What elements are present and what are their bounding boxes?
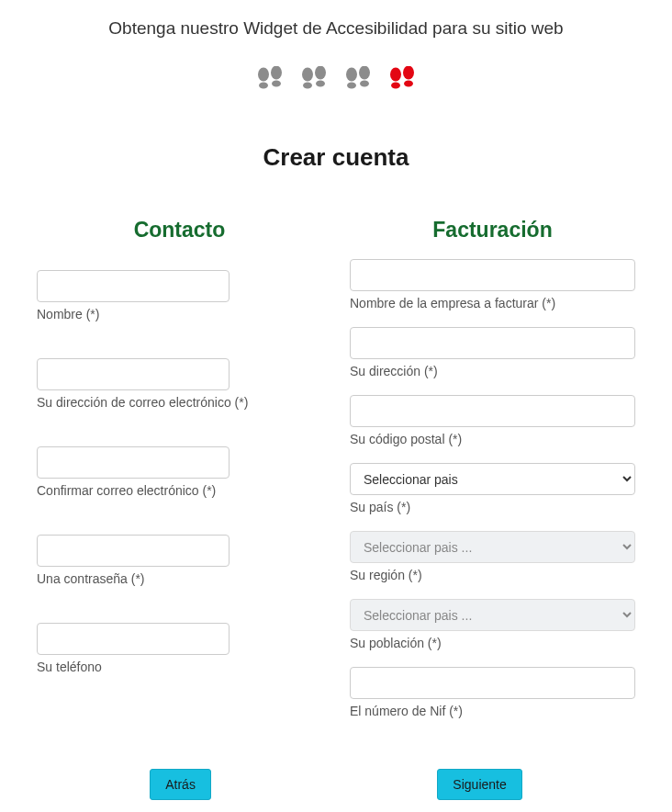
country-select[interactable]: Seleccionar pais bbox=[350, 463, 635, 495]
svg-point-0 bbox=[258, 68, 269, 82]
nif-label: El número de Nif (*) bbox=[350, 704, 635, 718]
svg-point-2 bbox=[271, 66, 282, 80]
svg-point-7 bbox=[316, 81, 325, 87]
city-select: Seleccionar pais ... bbox=[350, 599, 635, 631]
svg-point-14 bbox=[403, 66, 414, 80]
name-label: Nombre (*) bbox=[37, 307, 322, 321]
svg-point-8 bbox=[346, 68, 357, 82]
contact-column: Contacto Nombre (*) Su dirección de corr… bbox=[37, 218, 322, 718]
page-title: Obtenga nuestro Widget de Accesibilidad … bbox=[0, 18, 672, 39]
svg-point-10 bbox=[359, 66, 370, 80]
phone-input[interactable] bbox=[37, 623, 230, 655]
next-button[interactable]: Siguiente bbox=[437, 769, 521, 800]
svg-point-4 bbox=[302, 68, 313, 82]
footsteps-icon bbox=[342, 66, 374, 97]
password-input[interactable] bbox=[37, 535, 230, 567]
billing-column: Facturación Nombre de la empresa a factu… bbox=[350, 218, 635, 718]
billing-heading: Facturación bbox=[350, 218, 635, 242]
nif-input[interactable] bbox=[350, 667, 635, 699]
svg-point-15 bbox=[404, 81, 413, 87]
svg-point-3 bbox=[272, 81, 281, 87]
company-input[interactable] bbox=[350, 259, 635, 291]
address-input[interactable] bbox=[350, 327, 635, 359]
email-confirm-label: Confirmar correo electrónico (*) bbox=[37, 483, 322, 498]
back-button[interactable]: Atrás bbox=[150, 769, 211, 800]
email-label: Su dirección de correo electrónico (*) bbox=[37, 395, 322, 410]
svg-point-9 bbox=[347, 83, 356, 89]
company-label: Nombre de la empresa a facturar (*) bbox=[350, 296, 635, 310]
svg-point-1 bbox=[259, 83, 268, 89]
email-confirm-input[interactable] bbox=[37, 446, 230, 479]
name-input[interactable] bbox=[37, 270, 230, 302]
svg-point-11 bbox=[360, 81, 369, 87]
city-label: Su población (*) bbox=[350, 636, 635, 650]
region-label: Su región (*) bbox=[350, 568, 635, 582]
postal-label: Su código postal (*) bbox=[350, 432, 635, 446]
contact-heading: Contacto bbox=[37, 218, 322, 242]
country-label: Su país (*) bbox=[350, 500, 635, 514]
svg-point-12 bbox=[390, 68, 401, 82]
form-heading: Crear cuenta bbox=[0, 143, 672, 172]
footsteps-icon bbox=[298, 66, 330, 97]
postal-input[interactable] bbox=[350, 395, 635, 427]
svg-point-13 bbox=[391, 83, 400, 89]
password-label: Una contraseña (*) bbox=[37, 571, 322, 586]
phone-label: Su teléfono bbox=[37, 660, 322, 674]
footsteps-icon bbox=[254, 66, 286, 97]
footsteps-icon-current bbox=[386, 66, 418, 97]
email-input[interactable] bbox=[37, 358, 230, 390]
region-select: Seleccionar pais ... bbox=[350, 531, 635, 563]
address-label: Su dirección (*) bbox=[350, 364, 635, 378]
step-indicator bbox=[0, 66, 672, 97]
svg-point-5 bbox=[303, 83, 312, 89]
svg-point-6 bbox=[315, 66, 326, 80]
